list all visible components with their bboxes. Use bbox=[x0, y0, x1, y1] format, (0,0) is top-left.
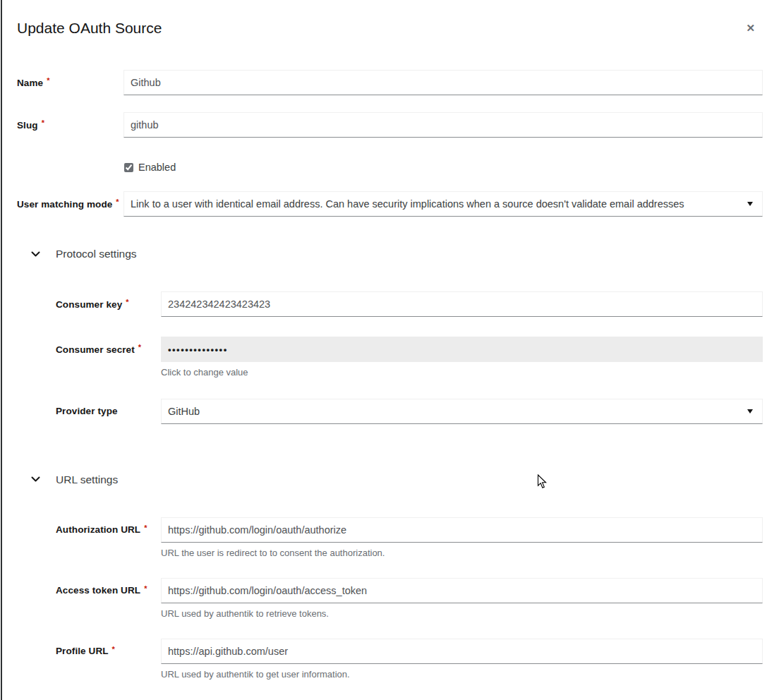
profile-url-label: Profile URL * bbox=[56, 639, 161, 664]
name-field-row: Name * bbox=[17, 70, 763, 95]
close-icon[interactable]: ✕ bbox=[743, 21, 758, 35]
profile-url-control: URL used by authentik to get user inform… bbox=[161, 639, 763, 680]
access-token-url-control: URL used by authentik to retrieve tokens… bbox=[161, 578, 763, 620]
required-asterisk: * bbox=[116, 198, 119, 206]
provider-type-control: GitHub bbox=[161, 399, 763, 424]
slug-field-control bbox=[123, 112, 763, 138]
enabled-checkbox-wrap: Enabled bbox=[123, 160, 763, 174]
user-matching-mode-selected-option: Link to a user with identical email addr… bbox=[131, 198, 684, 210]
authorization-url-row: Authorization URL * URL the user is redi… bbox=[56, 517, 763, 559]
slug-input[interactable] bbox=[123, 112, 763, 138]
provider-type-select[interactable]: GitHub bbox=[161, 399, 763, 424]
provider-type-label-text: Provider type bbox=[56, 406, 118, 416]
consumer-key-label: Consumer key * bbox=[56, 291, 161, 317]
required-asterisk: * bbox=[47, 76, 49, 85]
profile-url-row: Profile URL * URL used by authentik to g… bbox=[56, 639, 763, 680]
required-asterisk: * bbox=[42, 119, 44, 127]
user-matching-mode-control: Link to a user with identical email addr… bbox=[123, 191, 763, 217]
url-settings-header[interactable]: URL settings bbox=[31, 473, 763, 486]
provider-type-label: Provider type bbox=[56, 399, 161, 424]
slug-field-row: Slug * bbox=[17, 112, 763, 138]
url-settings-body: Authorization URL * URL the user is redi… bbox=[17, 517, 763, 680]
name-field-control bbox=[123, 70, 763, 95]
slug-label: Slug * bbox=[17, 112, 123, 138]
enabled-checkbox[interactable] bbox=[124, 163, 133, 172]
authorization-url-label: Authorization URL * bbox=[56, 517, 161, 543]
authorization-url-help: URL the user is redirect to to consent t… bbox=[161, 548, 763, 559]
access-token-url-help: URL used by authentik to retrieve tokens… bbox=[161, 609, 763, 620]
profile-url-help: URL used by authentik to get user inform… bbox=[161, 670, 763, 680]
authorization-url-label-text: Authorization URL bbox=[56, 524, 140, 535]
user-matching-mode-label: User matching mode * bbox=[17, 191, 123, 217]
protocol-settings-body: Consumer key * Consumer secret * Click t… bbox=[17, 291, 763, 424]
consumer-secret-label-text: Consumer secret bbox=[56, 344, 135, 355]
page-title: Update OAuth Source bbox=[17, 20, 763, 37]
url-settings-title: URL settings bbox=[56, 473, 118, 486]
slug-label-text: Slug bbox=[17, 120, 38, 131]
required-asterisk: * bbox=[144, 584, 147, 593]
consumer-key-control bbox=[161, 291, 763, 317]
name-label-text: Name bbox=[17, 78, 43, 88]
name-input[interactable] bbox=[123, 70, 763, 95]
user-matching-mode-label-text: User matching mode bbox=[17, 199, 112, 210]
enabled-checkbox-label: Enabled bbox=[138, 162, 176, 173]
user-matching-mode-select[interactable]: Link to a user with identical email addr… bbox=[123, 191, 763, 217]
chevron-down-icon bbox=[31, 251, 40, 258]
consumer-secret-row: Consumer secret * Click to change value bbox=[56, 337, 763, 378]
profile-url-input[interactable] bbox=[161, 639, 763, 664]
provider-type-row: Provider type GitHub bbox=[56, 399, 763, 424]
dropdown-caret-icon bbox=[747, 409, 753, 414]
provider-type-selected-option: GitHub bbox=[168, 406, 200, 417]
consumer-secret-label: Consumer secret * bbox=[56, 337, 161, 362]
chevron-down-icon bbox=[31, 476, 40, 483]
consumer-key-label-text: Consumer key bbox=[56, 299, 122, 310]
section-protocol-settings: Protocol settings Consumer key * Consume… bbox=[17, 248, 763, 424]
required-asterisk: * bbox=[112, 645, 115, 653]
authorization-url-input[interactable] bbox=[161, 517, 763, 543]
access-token-url-label-text: Access token URL bbox=[56, 585, 140, 596]
enabled-field-row: Enabled bbox=[17, 157, 763, 174]
consumer-secret-control: Click to change value bbox=[161, 337, 763, 378]
access-token-url-input[interactable] bbox=[161, 578, 763, 603]
consumer-key-row: Consumer key * bbox=[56, 291, 763, 317]
oauth-source-form: Name * Slug * Enabled U bbox=[17, 70, 763, 680]
section-url-settings: URL settings Authorization URL * URL the… bbox=[17, 473, 763, 680]
protocol-settings-title: Protocol settings bbox=[56, 248, 137, 260]
profile-url-label-text: Profile URL bbox=[56, 646, 109, 656]
consumer-secret-help: Click to change value bbox=[161, 368, 763, 378]
name-label: Name * bbox=[17, 70, 123, 95]
access-token-url-row: Access token URL * URL used by authentik… bbox=[56, 578, 763, 620]
dropdown-caret-icon bbox=[747, 202, 753, 206]
update-oauth-source-modal: Update OAuth Source ✕ Name * Slug * bbox=[0, 0, 779, 680]
required-asterisk: * bbox=[144, 524, 147, 532]
user-matching-mode-row: User matching mode * Link to a user with… bbox=[17, 191, 763, 217]
protocol-settings-header[interactable]: Protocol settings bbox=[31, 248, 763, 260]
required-asterisk: * bbox=[126, 298, 128, 306]
consumer-secret-input[interactable] bbox=[161, 337, 763, 362]
authorization-url-control: URL the user is redirect to to consent t… bbox=[161, 517, 763, 559]
consumer-key-input[interactable] bbox=[161, 291, 763, 317]
required-asterisk: * bbox=[138, 343, 141, 351]
access-token-url-label: Access token URL * bbox=[56, 578, 161, 603]
